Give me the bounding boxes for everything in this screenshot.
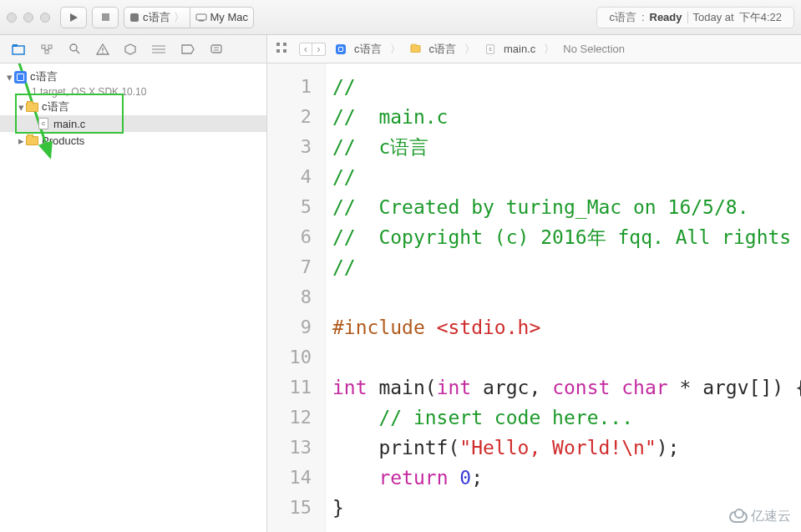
status-time-prefix: Today at xyxy=(693,11,734,23)
issue-navigator-tab[interactable] xyxy=(96,43,109,55)
svg-point-16 xyxy=(102,52,104,53)
tree-project-label: c语言 xyxy=(30,69,58,84)
breakpoint-navigator-tab[interactable] xyxy=(181,44,195,54)
main-split: ▾ c语言 1 target, OS X SDK 10.10 ▾ c语言 c m… xyxy=(0,63,801,532)
svg-rect-26 xyxy=(283,43,286,46)
minimize-window-button[interactable] xyxy=(23,13,33,23)
tree-products-label: Products xyxy=(42,134,84,147)
project-navigator-tab[interactable] xyxy=(12,43,25,55)
window-controls xyxy=(7,13,50,23)
svg-rect-3 xyxy=(196,14,206,20)
svg-rect-9 xyxy=(45,50,48,53)
svg-rect-7 xyxy=(42,45,45,48)
svg-marker-17 xyxy=(125,44,135,54)
source-editor[interactable]: 123456789101112131415 //// main.c// c语言/… xyxy=(267,63,801,532)
tree-file-row[interactable]: c main.c xyxy=(0,115,266,132)
tree-products-row[interactable]: ▸ Products xyxy=(0,132,266,149)
jumpbar-file[interactable]: c main.c xyxy=(484,43,535,55)
line-gutter: 123456789101112131415 xyxy=(267,63,326,532)
svg-rect-28 xyxy=(283,49,286,53)
jumpbar-file-label: main.c xyxy=(504,43,535,55)
related-items-icon[interactable] xyxy=(276,42,287,56)
svg-rect-5 xyxy=(13,46,24,54)
jumpbar-selection[interactable]: No Selection xyxy=(563,43,625,55)
svg-marker-0 xyxy=(70,13,78,22)
navigator-tabs xyxy=(0,35,267,63)
svg-rect-1 xyxy=(102,13,109,21)
zoom-window-button[interactable] xyxy=(40,13,50,23)
code-area[interactable]: //// main.c// c语言//// Created by turing_… xyxy=(326,63,801,532)
scheme-project[interactable]: c语言 〉 xyxy=(124,7,190,28)
tree-file-label: main.c xyxy=(53,118,85,130)
cloud-icon xyxy=(729,511,748,523)
jumpbar-project-label: c语言 xyxy=(354,42,382,57)
find-navigator-tab[interactable] xyxy=(68,43,81,55)
toolbar: c语言 〉 My Mac c语言: Ready Today at 下午4:22 xyxy=(0,0,801,35)
watermark-text: 亿速云 xyxy=(751,508,791,525)
watermark: 亿速云 xyxy=(729,508,791,525)
svg-rect-22 xyxy=(211,45,221,53)
jumpbar-folder-label: c语言 xyxy=(429,42,457,57)
status-time: 下午4:22 xyxy=(739,10,782,25)
forward-button[interactable]: › xyxy=(312,43,326,56)
svg-rect-2 xyxy=(130,13,139,22)
status-state: Ready xyxy=(650,11,682,23)
tree-project-subtext: 1 target, OS X SDK 10.10 xyxy=(0,85,266,99)
navigator-jumpbar: ‹ › c语言 〉 c语言 〉 c main.c 〉 No Selection xyxy=(0,35,801,63)
back-button[interactable]: ‹ xyxy=(299,43,312,56)
jumpbar-folder[interactable]: c语言 xyxy=(409,42,457,57)
close-window-button[interactable] xyxy=(7,13,17,23)
disclosure-triangle-icon[interactable]: ▾ xyxy=(17,101,25,114)
scheme-project-label: c语言 xyxy=(143,10,170,25)
report-navigator-tab[interactable] xyxy=(210,43,223,54)
symbol-navigator-tab[interactable] xyxy=(40,43,53,55)
stop-button[interactable] xyxy=(92,7,119,28)
debug-navigator-tab[interactable] xyxy=(151,44,166,54)
svg-rect-8 xyxy=(48,45,52,48)
scheme-destination-label: My Mac xyxy=(210,11,249,23)
jumpbar-project[interactable]: c语言 xyxy=(334,42,382,57)
tree-project-row[interactable]: ▾ c语言 xyxy=(0,68,266,85)
tree-folder-row[interactable]: ▾ c语言 xyxy=(0,99,266,115)
svg-rect-4 xyxy=(199,20,204,22)
status-project: c语言 xyxy=(609,10,636,25)
disclosure-triangle-icon[interactable]: ▸ xyxy=(17,134,25,147)
svg-marker-21 xyxy=(182,45,194,53)
tree-folder-label: c语言 xyxy=(42,99,69,114)
disclosure-triangle-icon[interactable]: ▾ xyxy=(5,71,13,84)
svg-point-12 xyxy=(70,44,77,51)
jump-bar: ‹ › c语言 〉 c语言 〉 c main.c 〉 No Selection xyxy=(267,35,801,63)
scheme-destination[interactable]: My Mac xyxy=(190,7,255,28)
svg-rect-27 xyxy=(276,49,280,53)
project-navigator: ▾ c语言 1 target, OS X SDK 10.10 ▾ c语言 c m… xyxy=(0,63,267,532)
activity-status: c语言: Ready Today at 下午4:22 xyxy=(596,7,794,28)
test-navigator-tab[interactable] xyxy=(124,43,136,55)
run-button[interactable] xyxy=(60,7,87,28)
svg-rect-6 xyxy=(13,44,18,47)
svg-line-13 xyxy=(76,50,79,53)
jumpbar-selection-label: No Selection xyxy=(563,43,625,55)
svg-rect-25 xyxy=(276,43,280,46)
file-tree: ▾ c语言 1 target, OS X SDK 10.10 ▾ c语言 c m… xyxy=(0,63,266,149)
scheme-selector[interactable]: c语言 〉 My Mac xyxy=(124,7,254,28)
history-nav: ‹ › xyxy=(299,43,326,56)
